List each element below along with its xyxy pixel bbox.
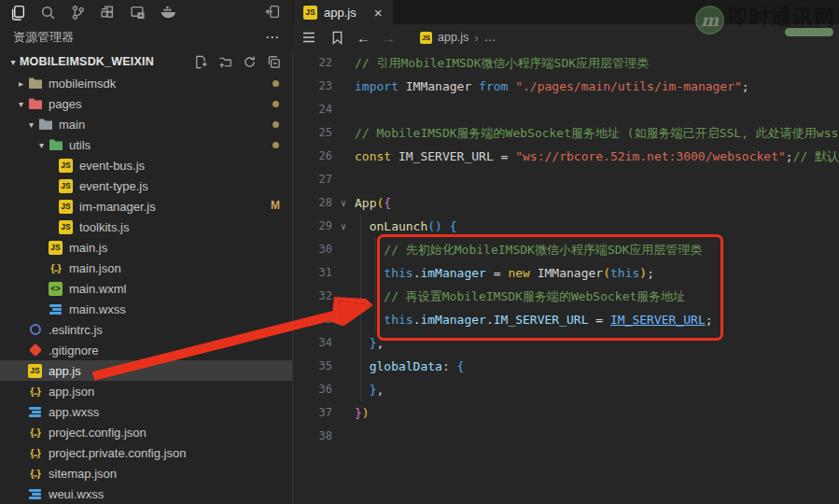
file-label: main.json — [69, 261, 121, 275]
tree-item-sitemap.json[interactable]: {..}sitemap.json — [0, 463, 292, 483]
tree-item-im-manager.js[interactable]: JSim-manager.jsM — [0, 196, 292, 217]
tree-item-toolkits.js[interactable]: JStoolkits.js — [0, 217, 292, 237]
modified-dot-badge — [273, 101, 279, 107]
watermark-title: 即时通讯网 — [728, 6, 835, 30]
tree-root-folder[interactable]: ▾ MOBILEIMSDK_WEIXIN — [0, 50, 292, 73]
source-control-icon[interactable] — [69, 4, 87, 21]
close-tab-icon[interactable]: × — [374, 6, 383, 20]
code-text: }, — [355, 331, 839, 355]
file-label: event-type.js — [79, 179, 148, 193]
file-label: app.wxss — [49, 405, 99, 419]
docker-icon[interactable] — [159, 4, 176, 21]
file-label: mobileimsdk — [49, 77, 116, 91]
line-number: 38 — [293, 425, 332, 448]
extensions-icon[interactable] — [99, 4, 117, 21]
new-file-icon[interactable] — [194, 55, 208, 69]
code-text: }) — [355, 401, 839, 425]
code-line-38[interactable]: 38 — [293, 425, 839, 448]
forward-arrow-icon[interactable]: → — [382, 30, 396, 46]
bookmark-icon[interactable] — [329, 29, 345, 46]
new-folder-icon[interactable] — [218, 55, 232, 69]
indent-guide — [360, 261, 361, 285]
indent-guide — [360, 355, 361, 378]
modified-dot-badge — [273, 142, 279, 148]
refresh-icon[interactable] — [243, 55, 257, 69]
file-tree: ▸mobileimsdk▾pages▾main▾utilsJSevent-bus… — [0, 73, 292, 504]
code-line-27[interactable]: 27 — [293, 168, 839, 191]
tree-item-project.config.json[interactable]: {..}project.config.json — [0, 422, 292, 442]
code-line-22[interactable]: 22// 引用MobileIMSDK微信小程序端SDK应用层管理类 — [293, 51, 839, 75]
back-arrow-icon[interactable]: ← — [357, 30, 371, 46]
tree-item-main.wxml[interactable]: <>main.wxml — [0, 278, 292, 299]
wxss-file-icon — [27, 404, 43, 419]
tree-item-mobileimsdk[interactable]: ▸mobileimsdk — [0, 73, 292, 93]
tree-item-utils[interactable]: ▾utils — [0, 134, 292, 155]
file-label: pages — [49, 97, 81, 111]
collapse-all-icon[interactable] — [267, 55, 281, 69]
code-line-32[interactable]: 32 // 再设置MobileIMSDK服务端的WebSocket服务地址 — [293, 285, 839, 308]
definition-link[interactable]: IM_SERVER_URL — [610, 313, 706, 327]
tree-item-main.wxss[interactable]: main.wxss — [0, 299, 292, 319]
code-line-28[interactable]: 28∨App({ — [293, 191, 839, 215]
breadcrumb-more[interactable]: … — [484, 31, 496, 44]
code-line-24[interactable]: 24 — [293, 98, 839, 121]
file-label: weui.wxss — [49, 487, 104, 501]
tree-item-main.json[interactable]: {..}main.json — [0, 258, 292, 278]
code-editor[interactable]: 22// 引用MobileIMSDK微信小程序端SDK应用层管理类23impor… — [293, 50, 839, 504]
tree-item-app.json[interactable]: {..}app.json — [0, 381, 292, 401]
remote-window-icon[interactable] — [129, 4, 147, 21]
chevron-down-icon: ▾ — [15, 99, 27, 109]
more-actions-icon[interactable]: ··· — [266, 31, 280, 44]
wxss-file-icon — [48, 301, 63, 316]
fold-chevron-icon[interactable]: ∨ — [332, 215, 355, 238]
code-line-34[interactable]: 34 }, — [293, 331, 839, 355]
tree-item-event-type.js[interactable]: JSevent-type.js — [0, 175, 292, 196]
line-number: 23 — [293, 75, 332, 98]
js-file-icon: JS — [27, 363, 43, 378]
indent-guide — [375, 285, 376, 308]
js-file-icon: JS — [58, 178, 74, 193]
fold-chevron-icon[interactable]: ∨ — [332, 191, 355, 215]
line-number: 27 — [293, 168, 332, 191]
line-number: 37 — [293, 401, 332, 425]
vscode-window: JS app.js × 资源管理器 ··· ▾ MOBILEIMSDK_WEIX… — [0, 0, 839, 504]
file-label: project.private.config.json — [49, 446, 186, 460]
panel-toggle-icon[interactable] — [264, 3, 282, 21]
folder-icon — [48, 137, 63, 152]
json-file-icon: {..} — [48, 260, 63, 275]
tree-item-.eslintrc.js[interactable]: .eslintrc.js — [0, 319, 292, 340]
tree-item-project.private.config.json[interactable]: {..}project.private.config.json — [0, 442, 292, 463]
file-label: .gitignore — [49, 343, 98, 357]
explorer-icon[interactable] — [9, 4, 27, 21]
code-line-37[interactable]: 37}) — [293, 401, 839, 425]
tree-item-event-bus.js[interactable]: JSevent-bus.js — [0, 155, 292, 175]
js-file-icon: JS — [58, 158, 74, 173]
code-line-31[interactable]: 31 this.imManager = new IMManager(this); — [293, 261, 839, 285]
indent-guide — [375, 261, 376, 285]
tab-app-js[interactable]: JS app.js × — [294, 0, 393, 24]
code-line-25[interactable]: 25// MobileIMSDK服务端的WebSocket服务地址 (如服务端已… — [293, 121, 839, 145]
code-line-29[interactable]: 29∨ onLaunch() { — [293, 215, 839, 238]
file-label: main.js — [69, 241, 107, 255]
breadcrumb-file[interactable]: app.js — [438, 31, 468, 44]
outline-list-icon[interactable] — [301, 29, 317, 46]
code-line-26[interactable]: 26const IM_SERVER_URL = "ws://rbcore.52i… — [293, 145, 839, 168]
code-line-35[interactable]: 35 globalData: { — [293, 355, 839, 378]
code-line-33[interactable]: 33 this.imManager.IM_SERVER_URL = IM_SER… — [293, 308, 839, 331]
tree-item-app.js[interactable]: JSapp.js — [0, 360, 292, 381]
wxml-file-icon: <> — [48, 281, 63, 296]
line-number: 32 — [293, 285, 332, 308]
search-icon[interactable] — [39, 4, 57, 21]
tree-item-.gitignore[interactable]: .gitignore — [0, 340, 292, 360]
line-number: 22 — [293, 51, 332, 75]
tree-item-app.wxss[interactable]: app.wxss — [0, 401, 292, 422]
code-text: App({ — [355, 191, 839, 215]
code-line-23[interactable]: 23import IMManager from "./pages/main/ut… — [293, 75, 839, 98]
tree-item-main.js[interactable]: JSmain.js — [0, 237, 292, 258]
code-line-30[interactable]: 30 // 先初始化MobileIMSDK微信小程序端SDK应用层管理类 — [293, 238, 839, 261]
file-label: sitemap.json — [49, 467, 117, 481]
tree-item-main[interactable]: ▾main — [0, 114, 292, 134]
tree-item-weui.wxss[interactable]: weui.wxss — [0, 483, 292, 504]
code-line-36[interactable]: 36 }, — [293, 378, 839, 401]
tree-item-pages[interactable]: ▾pages — [0, 93, 292, 114]
